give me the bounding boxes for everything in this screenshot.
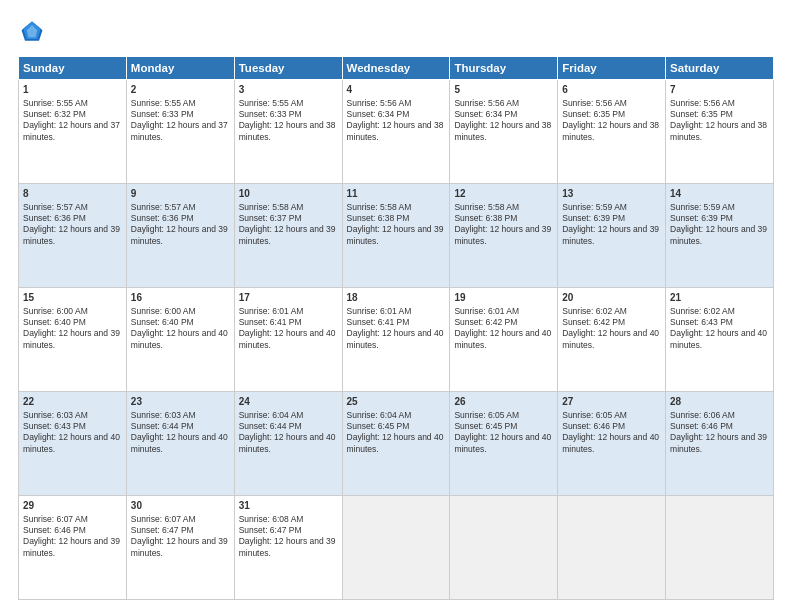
calendar-cell: 2Sunrise: 5:55 AMSunset: 6:33 PMDaylight… xyxy=(126,80,234,184)
sunset-text: Sunset: 6:32 PM xyxy=(23,109,86,119)
calendar-cell: 31Sunrise: 6:08 AMSunset: 6:47 PMDayligh… xyxy=(234,496,342,600)
day-number: 19 xyxy=(454,291,553,305)
daylight-text: Daylight: 12 hours and 40 minutes. xyxy=(454,432,551,453)
calendar-cell: 1Sunrise: 5:55 AMSunset: 6:32 PMDaylight… xyxy=(19,80,127,184)
calendar-cell: 25Sunrise: 6:04 AMSunset: 6:45 PMDayligh… xyxy=(342,392,450,496)
sunset-text: Sunset: 6:46 PM xyxy=(562,421,625,431)
sunset-text: Sunset: 6:46 PM xyxy=(670,421,733,431)
calendar-cell: 9Sunrise: 5:57 AMSunset: 6:36 PMDaylight… xyxy=(126,184,234,288)
calendar-week-3: 15Sunrise: 6:00 AMSunset: 6:40 PMDayligh… xyxy=(19,288,774,392)
calendar-cell: 12Sunrise: 5:58 AMSunset: 6:38 PMDayligh… xyxy=(450,184,558,288)
day-number: 14 xyxy=(670,187,769,201)
sunrise-text: Sunrise: 5:56 AM xyxy=(454,98,519,108)
daylight-text: Daylight: 12 hours and 40 minutes. xyxy=(239,432,336,453)
weekday-header-friday: Friday xyxy=(558,57,666,80)
calendar-table: SundayMondayTuesdayWednesdayThursdayFrid… xyxy=(18,56,774,600)
calendar-cell: 19Sunrise: 6:01 AMSunset: 6:42 PMDayligh… xyxy=(450,288,558,392)
day-number: 8 xyxy=(23,187,122,201)
logo xyxy=(18,18,50,46)
day-number: 24 xyxy=(239,395,338,409)
calendar-cell: 3Sunrise: 5:55 AMSunset: 6:33 PMDaylight… xyxy=(234,80,342,184)
daylight-text: Daylight: 12 hours and 37 minutes. xyxy=(23,120,120,141)
sunset-text: Sunset: 6:38 PM xyxy=(347,213,410,223)
sunrise-text: Sunrise: 6:04 AM xyxy=(239,410,304,420)
daylight-text: Daylight: 12 hours and 39 minutes. xyxy=(131,224,228,245)
sunset-text: Sunset: 6:45 PM xyxy=(347,421,410,431)
sunset-text: Sunset: 6:35 PM xyxy=(562,109,625,119)
day-number: 30 xyxy=(131,499,230,513)
sunrise-text: Sunrise: 6:08 AM xyxy=(239,514,304,524)
calendar-week-4: 22Sunrise: 6:03 AMSunset: 6:43 PMDayligh… xyxy=(19,392,774,496)
day-number: 9 xyxy=(131,187,230,201)
day-number: 26 xyxy=(454,395,553,409)
page: SundayMondayTuesdayWednesdayThursdayFrid… xyxy=(0,0,792,612)
day-number: 6 xyxy=(562,83,661,97)
daylight-text: Daylight: 12 hours and 40 minutes. xyxy=(131,328,228,349)
calendar-cell xyxy=(558,496,666,600)
daylight-text: Daylight: 12 hours and 38 minutes. xyxy=(562,120,659,141)
sunrise-text: Sunrise: 5:59 AM xyxy=(562,202,627,212)
logo-icon xyxy=(18,18,46,46)
calendar-cell: 21Sunrise: 6:02 AMSunset: 6:43 PMDayligh… xyxy=(666,288,774,392)
daylight-text: Daylight: 12 hours and 38 minutes. xyxy=(454,120,551,141)
sunset-text: Sunset: 6:45 PM xyxy=(454,421,517,431)
calendar-cell: 22Sunrise: 6:03 AMSunset: 6:43 PMDayligh… xyxy=(19,392,127,496)
day-number: 15 xyxy=(23,291,122,305)
daylight-text: Daylight: 12 hours and 40 minutes. xyxy=(454,328,551,349)
day-number: 16 xyxy=(131,291,230,305)
sunset-text: Sunset: 6:40 PM xyxy=(131,317,194,327)
sunset-text: Sunset: 6:44 PM xyxy=(131,421,194,431)
day-number: 17 xyxy=(239,291,338,305)
sunset-text: Sunset: 6:39 PM xyxy=(670,213,733,223)
sunrise-text: Sunrise: 5:59 AM xyxy=(670,202,735,212)
sunrise-text: Sunrise: 5:57 AM xyxy=(131,202,196,212)
sunset-text: Sunset: 6:36 PM xyxy=(23,213,86,223)
calendar-cell: 4Sunrise: 5:56 AMSunset: 6:34 PMDaylight… xyxy=(342,80,450,184)
sunrise-text: Sunrise: 5:57 AM xyxy=(23,202,88,212)
day-number: 10 xyxy=(239,187,338,201)
daylight-text: Daylight: 12 hours and 38 minutes. xyxy=(347,120,444,141)
daylight-text: Daylight: 12 hours and 39 minutes. xyxy=(131,536,228,557)
day-number: 28 xyxy=(670,395,769,409)
daylight-text: Daylight: 12 hours and 40 minutes. xyxy=(562,328,659,349)
calendar-cell: 20Sunrise: 6:02 AMSunset: 6:42 PMDayligh… xyxy=(558,288,666,392)
sunset-text: Sunset: 6:44 PM xyxy=(239,421,302,431)
calendar-cell xyxy=(342,496,450,600)
day-number: 31 xyxy=(239,499,338,513)
sunrise-text: Sunrise: 5:55 AM xyxy=(23,98,88,108)
day-number: 1 xyxy=(23,83,122,97)
calendar-cell: 5Sunrise: 5:56 AMSunset: 6:34 PMDaylight… xyxy=(450,80,558,184)
sunrise-text: Sunrise: 6:01 AM xyxy=(347,306,412,316)
calendar-cell: 26Sunrise: 6:05 AMSunset: 6:45 PMDayligh… xyxy=(450,392,558,496)
calendar-cell: 8Sunrise: 5:57 AMSunset: 6:36 PMDaylight… xyxy=(19,184,127,288)
daylight-text: Daylight: 12 hours and 38 minutes. xyxy=(239,120,336,141)
day-number: 12 xyxy=(454,187,553,201)
sunrise-text: Sunrise: 6:05 AM xyxy=(562,410,627,420)
sunset-text: Sunset: 6:34 PM xyxy=(347,109,410,119)
sunrise-text: Sunrise: 6:01 AM xyxy=(239,306,304,316)
sunrise-text: Sunrise: 5:55 AM xyxy=(239,98,304,108)
sunset-text: Sunset: 6:43 PM xyxy=(670,317,733,327)
daylight-text: Daylight: 12 hours and 39 minutes. xyxy=(23,224,120,245)
sunrise-text: Sunrise: 5:56 AM xyxy=(670,98,735,108)
day-number: 3 xyxy=(239,83,338,97)
day-number: 7 xyxy=(670,83,769,97)
calendar-cell: 6Sunrise: 5:56 AMSunset: 6:35 PMDaylight… xyxy=(558,80,666,184)
day-number: 22 xyxy=(23,395,122,409)
daylight-text: Daylight: 12 hours and 39 minutes. xyxy=(239,536,336,557)
sunset-text: Sunset: 6:47 PM xyxy=(131,525,194,535)
day-number: 25 xyxy=(347,395,446,409)
sunrise-text: Sunrise: 5:55 AM xyxy=(131,98,196,108)
sunrise-text: Sunrise: 6:02 AM xyxy=(562,306,627,316)
sunrise-text: Sunrise: 6:04 AM xyxy=(347,410,412,420)
sunset-text: Sunset: 6:47 PM xyxy=(239,525,302,535)
day-number: 2 xyxy=(131,83,230,97)
daylight-text: Daylight: 12 hours and 40 minutes. xyxy=(347,432,444,453)
weekday-header-row: SundayMondayTuesdayWednesdayThursdayFrid… xyxy=(19,57,774,80)
sunrise-text: Sunrise: 6:05 AM xyxy=(454,410,519,420)
day-number: 27 xyxy=(562,395,661,409)
day-number: 4 xyxy=(347,83,446,97)
daylight-text: Daylight: 12 hours and 39 minutes. xyxy=(562,224,659,245)
calendar-week-5: 29Sunrise: 6:07 AMSunset: 6:46 PMDayligh… xyxy=(19,496,774,600)
daylight-text: Daylight: 12 hours and 39 minutes. xyxy=(454,224,551,245)
